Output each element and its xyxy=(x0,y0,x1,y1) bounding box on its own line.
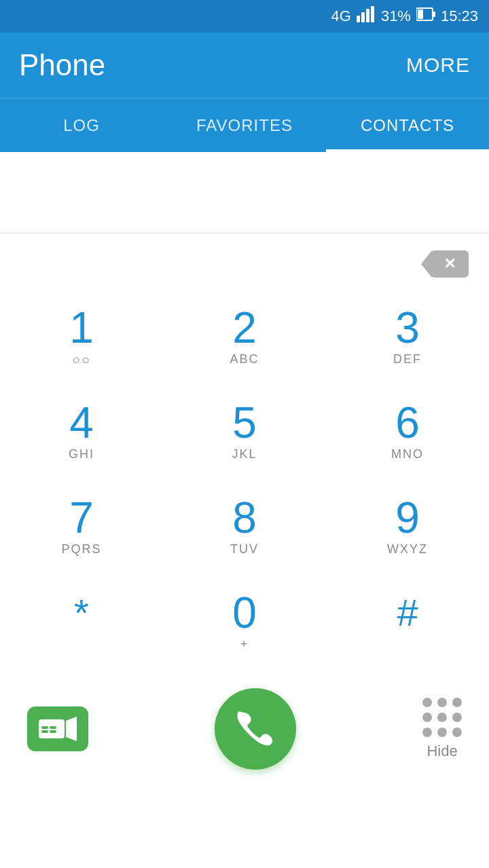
key-0[interactable]: 0 + xyxy=(163,573,326,668)
keypad-area: ✕ 1 ○○ 2 ABC 3 DEF 4 GHI 5 JKL 6 MNO xyxy=(0,233,489,675)
signal-icon xyxy=(357,6,376,26)
status-bar: 4G 31% 15:23 xyxy=(0,0,489,33)
hide-dot xyxy=(437,713,447,722)
svg-rect-1 xyxy=(361,12,365,22)
svg-marker-8 xyxy=(66,717,77,741)
key-2-number: 2 xyxy=(232,306,257,350)
key-9-letters: WXYZ xyxy=(387,542,428,557)
backspace-icon: ✕ xyxy=(431,250,469,278)
backspace-row: ✕ xyxy=(0,247,489,288)
key-8[interactable]: 8 TUV xyxy=(163,478,326,573)
svg-rect-12 xyxy=(50,730,56,733)
hide-dot xyxy=(452,728,462,737)
svg-rect-11 xyxy=(50,726,56,729)
key-1[interactable]: 1 ○○ xyxy=(0,288,163,383)
key-7-number: 7 xyxy=(69,496,94,540)
key-0-letters: + xyxy=(240,637,249,652)
key-1-number: 1 xyxy=(69,306,94,350)
svg-rect-9 xyxy=(41,726,48,729)
tab-favorites[interactable]: FAVORITES xyxy=(163,98,326,152)
hide-dot xyxy=(452,713,462,722)
svg-rect-5 xyxy=(433,12,435,17)
key-7[interactable]: 7 PQRS xyxy=(0,478,163,573)
hide-dot xyxy=(422,728,432,737)
key-9-number: 9 xyxy=(395,496,420,540)
hide-dot xyxy=(452,698,462,707)
key-6[interactable]: 6 MNO xyxy=(326,383,489,478)
key-4-letters: GHI xyxy=(69,447,94,462)
svg-rect-2 xyxy=(366,9,369,22)
key-3-letters: DEF xyxy=(393,352,422,367)
key-4-number: 4 xyxy=(69,401,94,445)
key-6-number: 6 xyxy=(395,401,420,445)
backspace-x-label: ✕ xyxy=(443,255,456,273)
key-2-letters: ABC xyxy=(230,352,259,367)
key-9[interactable]: 9 WXYZ xyxy=(326,478,489,573)
hide-label: Hide xyxy=(427,742,457,760)
hide-grid-icon xyxy=(422,698,462,737)
key-star[interactable]: * xyxy=(0,573,163,668)
battery-icon xyxy=(416,6,435,26)
key-6-letters: MNO xyxy=(391,447,424,462)
hide-dot xyxy=(437,698,447,707)
key-grid: 1 ○○ 2 ABC 3 DEF 4 GHI 5 JKL 6 MNO 7 PQR… xyxy=(0,288,489,668)
time-display: 15:23 xyxy=(441,7,478,25)
key-star-symbol: * xyxy=(74,594,89,632)
video-icon xyxy=(39,717,77,741)
key-8-letters: TUV xyxy=(230,542,259,557)
svg-rect-6 xyxy=(418,10,423,19)
more-button[interactable]: MORE xyxy=(406,54,470,77)
svg-rect-10 xyxy=(41,730,48,733)
bottom-bar: Hide xyxy=(0,675,489,790)
key-1-letters: ○○ xyxy=(72,352,91,368)
phone-icon xyxy=(235,709,276,749)
tab-log[interactable]: LOG xyxy=(0,98,163,152)
key-hash[interactable]: # xyxy=(326,573,489,668)
key-5[interactable]: 5 JKL xyxy=(163,383,326,478)
svg-rect-3 xyxy=(371,6,374,22)
key-2[interactable]: 2 ABC xyxy=(163,288,326,383)
hide-dot xyxy=(422,713,432,722)
backspace-button[interactable]: ✕ xyxy=(431,250,469,278)
app-header: Phone MORE xyxy=(0,33,489,98)
key-0-number: 0 xyxy=(232,591,257,635)
call-button[interactable] xyxy=(215,688,296,770)
key-5-letters: JKL xyxy=(232,447,257,462)
svg-rect-0 xyxy=(357,16,360,22)
key-8-number: 8 xyxy=(232,496,257,540)
hide-button[interactable]: Hide xyxy=(422,698,462,760)
battery-indicator: 31% xyxy=(381,7,411,25)
key-3[interactable]: 3 DEF xyxy=(326,288,489,383)
key-3-number: 3 xyxy=(395,306,420,350)
hide-dot xyxy=(437,728,447,737)
key-5-number: 5 xyxy=(232,401,257,445)
key-hash-symbol: # xyxy=(397,594,418,632)
tab-contacts[interactable]: CONTACTS xyxy=(326,98,489,152)
network-indicator: 4G xyxy=(331,7,351,25)
key-7-letters: PQRS xyxy=(61,542,101,557)
key-4[interactable]: 4 GHI xyxy=(0,383,163,478)
app-title: Phone xyxy=(19,48,105,82)
number-display-area xyxy=(0,152,489,233)
tab-bar: LOG FAVORITES CONTACTS xyxy=(0,98,489,152)
video-call-button[interactable] xyxy=(27,706,88,751)
hide-dot xyxy=(422,698,432,707)
